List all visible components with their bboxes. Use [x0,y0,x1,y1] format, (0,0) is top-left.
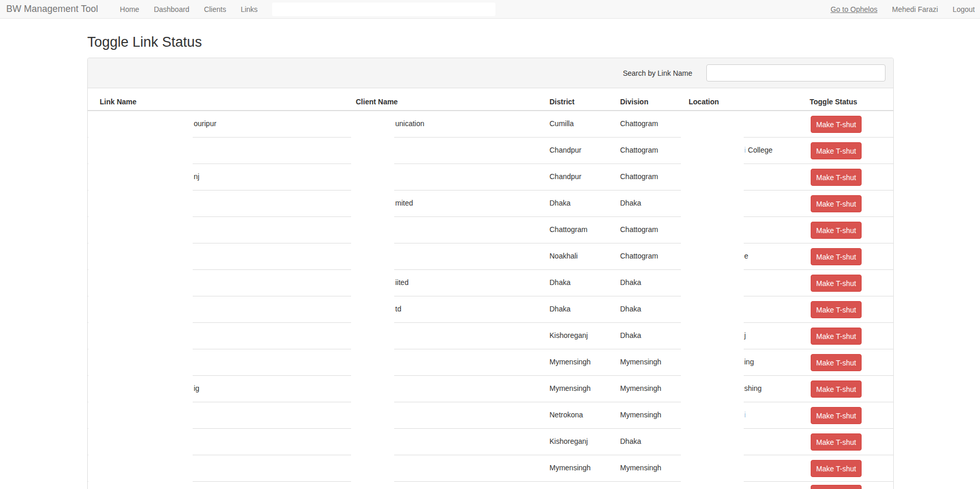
table-row: ouripurunicationCumillaChattogramMake T-… [88,111,893,138]
link-status-panel: Search by Link Name Link Name Client Nam… [87,58,894,489]
table-row-partial: Make T-shut [88,482,893,489]
make-t-shut-button[interactable]: Make T-shut [811,222,862,239]
make-t-shut-button[interactable]: Make T-shut [811,301,862,318]
location-fragment-prefix: i [744,411,746,419]
division-cell: Chattogram [620,146,658,154]
table-row: iitedDhakaDhakaMake T-shut [88,270,893,296]
division-cell: Dhaka [620,278,641,287]
navbar-search-input[interactable] [272,3,495,16]
district-cell: Mymensingh [549,358,590,366]
district-cell: Cumilla [549,119,574,128]
make-t-shut-button[interactable]: Make T-shut [811,275,862,292]
make-t-shut-button[interactable]: Make T-shut [811,195,862,212]
header-toggle-status: Toggle Status [810,98,857,106]
table-body: ouripurunicationCumillaChattogramMake T-… [88,111,893,489]
top-navbar: BW Management Tool Home Dashboard Client… [0,0,980,19]
division-cell: Chattogram [620,225,658,234]
district-cell: Chandpur [549,146,582,154]
district-cell: Dhaka [549,278,570,287]
table-row: MymensinghMymensinghMake T-shut [88,455,893,482]
table-row: KishoreganjDhakaMake T-shut [88,429,893,455]
user-name[interactable]: Mehedi Farazi [892,5,938,13]
table-row: NetrokonaMymensinghiMake T-shut [88,402,893,429]
header-client-name: Client Name [356,98,398,106]
brand-title[interactable]: BW Management Tool [6,4,98,15]
district-cell: Chandpur [549,172,582,181]
district-cell: Dhaka [549,199,570,207]
table-row: NoakhaliChattogrameMake T-shut [88,243,893,270]
make-t-shut-button[interactable]: Make T-shut [811,354,862,371]
division-cell: Chattogram [620,119,658,128]
location-fragment-prefix: i [744,146,746,154]
page-title: Toggle Link Status [87,34,980,50]
district-cell: Kishoreganj [549,331,588,339]
client-name-cell-fragment: unication [395,119,424,128]
links-table: Link Name Client Name District Division … [88,88,893,489]
make-t-shut-button[interactable]: Make T-shut [811,381,862,398]
division-cell: Mymensingh [620,384,661,392]
redaction-strip-client-column [351,111,394,489]
make-t-shut-button[interactable]: Make T-shut [811,485,862,489]
table-row: ChandpurChattogrami CollegeMake T-shut [88,138,893,164]
logout-link[interactable]: Logout [952,5,975,13]
table-header-row: Link Name Client Name District Division … [88,88,893,111]
location-cell-fragment: i [744,411,746,419]
navbar-right-group: Go to Ophelos Mehedi Farazi Logout [816,5,975,13]
page-content: Toggle Link Status Search by Link Name L… [0,19,980,489]
header-link-name: Link Name [100,98,137,106]
district-cell: Netrokona [549,411,583,419]
district-cell: Kishoreganj [549,437,588,445]
location-cell-fragment: e [744,252,748,260]
table-row: igMymensinghMymensinghshingMake T-shut [88,376,893,402]
table-row: MymensinghMymensinghingMake T-shut [88,349,893,376]
table-row: KishoreganjDhakajMake T-shut [88,323,893,349]
division-cell: Dhaka [620,199,641,207]
link-name-cell-fragment: ig [194,384,199,392]
make-t-shut-button[interactable]: Make T-shut [811,116,862,133]
district-cell: Chattogram [549,225,587,234]
link-name-cell-fragment: ouripur [194,119,217,128]
make-t-shut-button[interactable]: Make T-shut [811,433,862,451]
nav-item-dashboard[interactable]: Dashboard [146,5,197,13]
division-cell: Mymensingh [620,464,661,472]
make-t-shut-button[interactable]: Make T-shut [811,142,862,159]
redaction-strip-location-column [681,111,744,489]
division-cell: Dhaka [620,331,641,339]
table-row: tdDhakaDhakaMake T-shut [88,296,893,323]
table-row: mitedDhakaDhakaMake T-shut [88,191,893,217]
location-cell-fragment: shing [744,384,761,392]
location-cell-fragment: ing [744,358,754,366]
division-cell: Dhaka [620,437,641,445]
location-cell-fragment: j [744,331,746,339]
go-to-ophelos-link[interactable]: Go to Ophelos [830,5,877,13]
table-row: ChattogramChattogramMake T-shut [88,217,893,243]
division-cell: Mymensingh [620,358,661,366]
nav-item-links[interactable]: Links [233,5,265,13]
client-name-cell-fragment: mited [395,199,413,207]
link-name-cell-fragment: nj [194,172,199,181]
header-location: Location [689,98,719,106]
make-t-shut-button[interactable]: Make T-shut [811,248,862,265]
nav-item-clients[interactable]: Clients [197,5,234,13]
link-name-search-input[interactable] [706,64,885,82]
redaction-strip-link-column [88,111,193,489]
district-cell: Dhaka [549,305,570,313]
district-cell: Mymensingh [549,464,590,472]
table-row: njChandpurChattogramMake T-shut [88,164,893,191]
client-name-cell-fragment: td [395,305,401,313]
header-district: District [549,98,574,106]
panel-heading: Search by Link Name [88,58,893,88]
make-t-shut-button[interactable]: Make T-shut [811,169,862,186]
division-cell: Dhaka [620,305,641,313]
division-cell: Chattogram [620,172,658,181]
location-cell-fragment: i College [744,146,773,154]
division-cell: Chattogram [620,252,658,260]
client-name-cell-fragment: iited [395,278,409,287]
make-t-shut-button[interactable]: Make T-shut [811,328,862,345]
search-by-link-name-label: Search by Link Name [623,69,692,77]
district-cell: Mymensingh [549,384,590,392]
nav-item-home[interactable]: Home [113,5,146,13]
make-t-shut-button[interactable]: Make T-shut [811,460,862,477]
make-t-shut-button[interactable]: Make T-shut [811,407,862,424]
app-window: BW Management Tool Home Dashboard Client… [0,0,980,489]
